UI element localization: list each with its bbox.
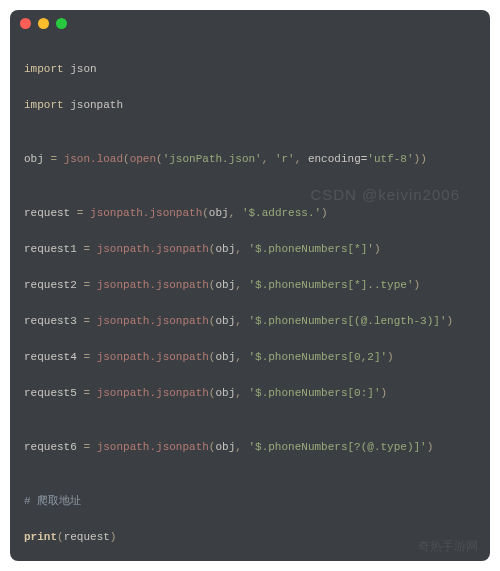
code-line: request = jsonpath.jsonpath(obj, '$.addr… [24,204,476,222]
func-call: jsonpath.jsonpath [97,351,209,363]
code-line: import jsonpath [24,96,476,114]
var-name: request3 [24,315,77,327]
var-name: request4 [24,351,77,363]
module-name: json [70,63,96,75]
code-line: request3 = jsonpath.jsonpath(obj, '$.pho… [24,312,476,330]
print-call: print [24,531,57,543]
string-literal: '$.phoneNumbers[*]' [248,243,373,255]
code-line: print(request) [24,528,476,546]
code-line: obj = json.load(open('jsonPath.json', 'r… [24,150,476,168]
module-name: jsonpath [70,99,123,111]
code-body: import json import jsonpath obj = json.l… [10,36,490,561]
var-name: request [64,531,110,543]
func-call: jsonpath.jsonpath [97,387,209,399]
var-name: request5 [24,387,77,399]
keyword-import: import [24,99,64,111]
string-literal: 'r' [275,153,295,165]
string-literal: '$.address.' [242,207,321,219]
code-line: request5 = jsonpath.jsonpath(obj, '$.pho… [24,384,476,402]
func-call: jsonpath.jsonpath [97,315,209,327]
code-line: request2 = jsonpath.jsonpath(obj, '$.pho… [24,276,476,294]
string-literal: 'utf-8' [367,153,413,165]
var-name: obj [24,153,44,165]
func-call: jsonpath.jsonpath [97,279,209,291]
code-line: request4 = jsonpath.jsonpath(obj, '$.pho… [24,348,476,366]
func-call: jsonpath.jsonpath [90,207,202,219]
code-line: request6 = jsonpath.jsonpath(obj, '$.pho… [24,438,476,456]
func-call: jsonpath.jsonpath [97,441,209,453]
string-literal: '$.phoneNumbers[0,2]' [248,351,387,363]
var-name: request6 [24,441,77,453]
func-call: jsonpath.jsonpath [97,243,209,255]
page-root: import json import jsonpath obj = json.l… [0,0,500,571]
kwarg: encoding= [308,153,367,165]
func-call: open [130,153,156,165]
var-name: request1 [24,243,77,255]
window-titlebar [10,10,490,36]
zoom-icon[interactable] [56,18,67,29]
string-literal: '$.phoneNumbers[*]..type' [248,279,413,291]
code-editor-window: import json import jsonpath obj = json.l… [10,10,490,561]
comment-line: # 爬取地址 [24,492,476,510]
equals: = [44,153,64,165]
string-literal: 'jsonPath.json' [163,153,262,165]
string-literal: '$.phoneNumbers[0:]' [248,387,380,399]
var-name: request [24,207,70,219]
var-name: request2 [24,279,77,291]
keyword-import: import [24,63,64,75]
string-literal: '$.phoneNumbers[(@.length-3)]' [248,315,446,327]
string-literal: '$.phoneNumbers[?(@.type)]' [248,441,426,453]
code-line: import json [24,60,476,78]
close-icon[interactable] [20,18,31,29]
code-line: request1 = jsonpath.jsonpath(obj, '$.pho… [24,240,476,258]
minimize-icon[interactable] [38,18,49,29]
func-call: json.load [64,153,123,165]
comment: # 爬取地址 [24,495,81,507]
